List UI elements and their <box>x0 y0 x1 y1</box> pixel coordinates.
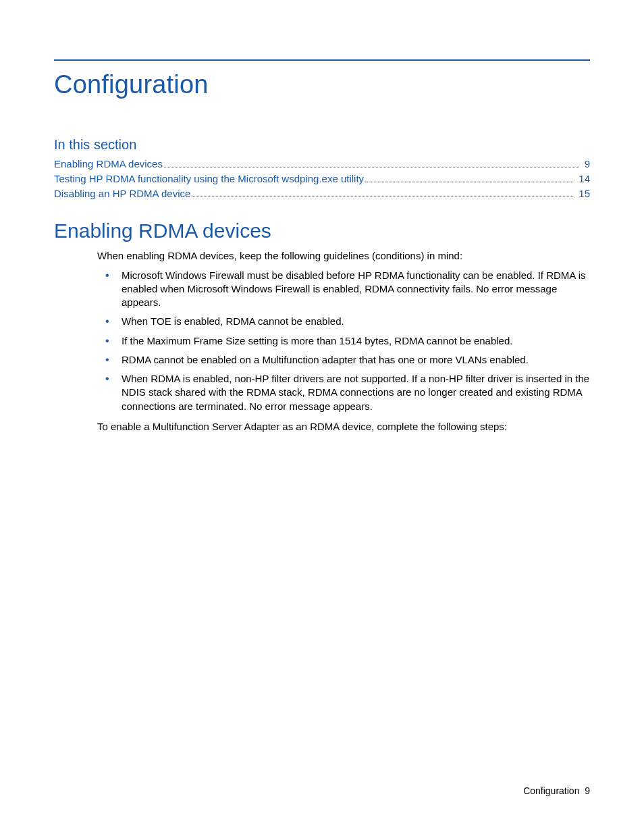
toc-row[interactable]: Disabling an HP RDMA device 15 <box>54 186 590 201</box>
footer-label: Configuration <box>523 785 579 796</box>
section-heading: Enabling RDMA devices <box>54 219 590 242</box>
toc-page: 14 <box>576 172 590 186</box>
toc-row[interactable]: Testing HP RDMA functionality using the … <box>54 172 590 186</box>
toc: Enabling RDMA devices 9 Testing HP RDMA … <box>54 157 590 201</box>
toc-leader <box>365 174 573 182</box>
toc-label: Testing HP RDMA functionality using the … <box>54 172 364 186</box>
list-item: When TOE is enabled, RDMA cannot be enab… <box>97 315 590 328</box>
outro-paragraph: To enable a Multifunction Server Adapter… <box>97 420 590 434</box>
footer-page-number: 9 <box>585 785 590 796</box>
toc-leader <box>164 159 579 167</box>
body-text: When enabling RDMA devices, keep the fol… <box>97 249 590 434</box>
toc-page: 15 <box>576 186 590 201</box>
page-footer: Configuration 9 <box>523 785 590 796</box>
toc-page: 9 <box>582 157 590 172</box>
section-label: In this section <box>54 137 590 153</box>
toc-label: Enabling RDMA devices <box>54 157 163 172</box>
toc-row[interactable]: Enabling RDMA devices 9 <box>54 157 590 172</box>
toc-leader <box>192 188 573 197</box>
list-item: RDMA cannot be enabled on a Multifunctio… <box>97 353 590 367</box>
list-item: When RDMA is enabled, non-HP filter driv… <box>97 372 590 413</box>
toc-label: Disabling an HP RDMA device <box>54 186 190 201</box>
list-item: Microsoft Windows Firewall must be disab… <box>97 269 590 310</box>
bullet-list: Microsoft Windows Firewall must be disab… <box>97 269 590 413</box>
top-rule <box>54 59 590 61</box>
page-title: Configuration <box>54 70 590 99</box>
page: Configuration In this section Enabling R… <box>0 0 644 834</box>
list-item: If the Maximum Frame Size setting is mor… <box>97 334 590 348</box>
intro-paragraph: When enabling RDMA devices, keep the fol… <box>97 249 590 263</box>
